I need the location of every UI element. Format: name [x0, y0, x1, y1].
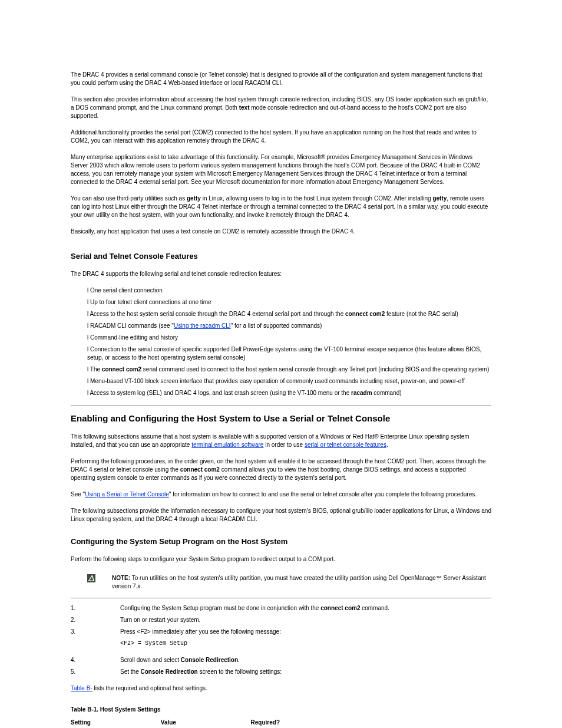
note-block: NOTE: To run utilities on the host syste…	[71, 572, 491, 598]
feature-item: l RACADM CLI commands (see "Using the ra…	[87, 322, 491, 330]
enable-paragraph-4: The following subsections provide the in…	[71, 507, 491, 523]
feature-item: l Access to the host system serial conso…	[87, 310, 491, 318]
step-item: 4.Scroll down and select Console Redirec…	[71, 656, 491, 664]
step-item: 2.Turn on or restart your system.	[71, 616, 491, 624]
enable-paragraph-1: This following subsections assume that a…	[71, 433, 491, 449]
features-heading: Serial and Telnet Console Features	[71, 251, 491, 262]
feature-item: l Command-line editing and history	[87, 334, 491, 342]
link-table-b[interactable]: Table B-	[71, 685, 92, 691]
intro-paragraph-2: This section also provides information a…	[71, 95, 491, 120]
table-header-required: Required?	[251, 719, 280, 727]
feature-item: l Connection to the serial console of sp…	[87, 345, 491, 362]
step-code: <F2> = System Setup	[120, 640, 491, 648]
features-lead: The DRAC 4 supports the following serial…	[71, 270, 491, 278]
intro-paragraph-3: Additional functionality provides the se…	[71, 129, 491, 145]
enable-paragraph-3: See "Using a Serial or Telnet Console" f…	[71, 490, 491, 499]
note-text: NOTE: To run utilities on the host syste…	[112, 574, 491, 591]
intro-paragraph-5: You can also use third-party utilities s…	[71, 195, 491, 219]
feature-item: l Up to four telnet client connections a…	[87, 298, 491, 307]
table-header-row: Setting Value Required?	[71, 719, 491, 727]
enable-paragraph-2: Performing the following procedures, in …	[71, 457, 491, 482]
step-item: 1.Configuring the System Setup program m…	[71, 604, 491, 612]
note-icon	[87, 574, 95, 582]
link-using-console[interactable]: Using a Serial or Telnet Console	[85, 491, 169, 498]
table-caption: Table B-1. Host System Settings	[71, 706, 491, 714]
bios-heading: Configuring the System Setup Program on …	[71, 536, 491, 547]
feature-item: l Menu-based VT-100 block screen interfa…	[87, 377, 491, 386]
enable-heading: Enabling and Configuring the Host System…	[71, 412, 491, 424]
feature-item: l The connect com2 serial command used t…	[87, 365, 491, 374]
feature-item: l Access to system log (SEL) and DRAC 4 …	[87, 389, 491, 397]
step-item: 3.Press <F2> immediately after you see t…	[71, 628, 491, 636]
intro-paragraph-1: The DRAC 4 provides a serial command con…	[71, 71, 491, 87]
settings-sentence: Table B- lists the required and optional…	[71, 684, 491, 693]
table-header-setting: Setting	[71, 719, 159, 727]
link-racadm-cli[interactable]: Using the racadm CLI	[174, 322, 231, 329]
link-terminal-software[interactable]: terminal emulation software	[191, 442, 263, 448]
section-divider	[71, 406, 491, 406]
step-item: 5.Set the Console Redirection screen to …	[71, 668, 491, 676]
feature-item: l One serial client connection	[87, 286, 491, 295]
intro-paragraph-6: Basically, any host application that use…	[71, 228, 491, 236]
link-console-features[interactable]: serial or telnet console features	[305, 442, 386, 448]
intro-paragraph-4: Many enterprise applications exist to ta…	[71, 153, 491, 186]
table-header-value: Value	[161, 719, 249, 727]
svg-rect-0	[87, 574, 95, 582]
bios-paragraph-1: Perform the following steps to configure…	[71, 555, 491, 564]
